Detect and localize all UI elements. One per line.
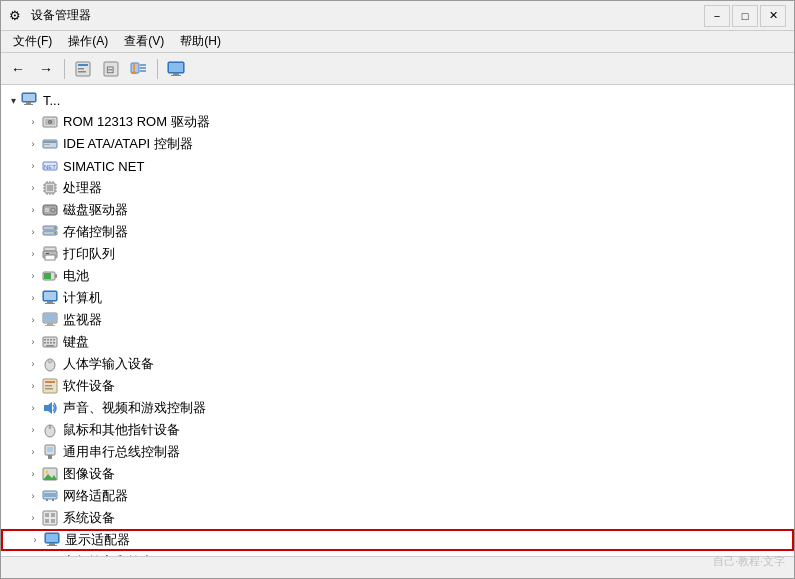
tree-item-disk[interactable]: › 磁盘驱动器 — [1, 199, 794, 221]
svg-marker-83 — [44, 402, 52, 414]
back-button[interactable]: ← — [5, 57, 31, 81]
keyboard-expand-icon[interactable]: › — [25, 334, 41, 350]
battery-icon — [41, 267, 59, 285]
forward-button[interactable]: → — [33, 57, 59, 81]
computer-expand-icon[interactable]: › — [25, 290, 41, 306]
svg-point-49 — [54, 227, 56, 229]
menu-file[interactable]: 文件(F) — [5, 31, 60, 52]
svg-point-23 — [49, 121, 51, 123]
software-icon — [41, 377, 59, 395]
svg-rect-1 — [78, 64, 88, 66]
tree-root[interactable]: ▾ T... — [1, 89, 794, 111]
svg-rect-63 — [44, 314, 56, 322]
svg-rect-74 — [53, 342, 55, 344]
tree-item-system[interactable]: › 系统设备 — [1, 507, 794, 529]
tree-item-audio[interactable]: › 声音、视频和游戏控制器 — [1, 397, 794, 419]
rom-expand-icon[interactable]: › — [25, 114, 41, 130]
menu-help[interactable]: 帮助(H) — [172, 31, 229, 52]
tree-item-keyboard[interactable]: › 键盘 — [1, 331, 794, 353]
update-driver-button[interactable]: ⊟ — [98, 57, 124, 81]
device-manager-window: ⚙ 设备管理器 − □ ✕ 文件(F) 操作(A) 查看(V) 帮助(H) ← … — [0, 0, 795, 579]
tree-item-mouse[interactable]: › 鼠标和其他指针设备 — [1, 419, 794, 441]
audio-io-expand-icon[interactable]: › — [25, 554, 41, 556]
tree-item-rom[interactable]: › ROM 12313 ROM 驱动器 — [1, 111, 794, 133]
tree-item-processor[interactable]: › — [1, 177, 794, 199]
svg-rect-46 — [45, 208, 49, 212]
tree-item-monitor[interactable]: › 监视器 — [1, 309, 794, 331]
svg-rect-81 — [45, 385, 52, 387]
processor-icon — [41, 179, 59, 197]
audio-io-label: 音频输入和输出 — [63, 553, 154, 556]
usb-label: 通用串行总线控制器 — [63, 443, 180, 461]
system-expand-icon[interactable]: › — [25, 510, 41, 526]
svg-rect-3 — [78, 71, 86, 73]
root-expand-icon[interactable]: ▾ — [5, 92, 21, 108]
svg-rect-26 — [44, 144, 50, 145]
tree-item-software[interactable]: › 软件设备 — [1, 375, 794, 397]
maximize-button[interactable]: □ — [732, 5, 758, 27]
menu-action[interactable]: 操作(A) — [60, 31, 116, 52]
ide-expand-icon[interactable]: › — [25, 136, 41, 152]
disk-expand-icon[interactable]: › — [25, 202, 41, 218]
monitor-icon-button[interactable] — [163, 57, 189, 81]
svg-rect-25 — [44, 141, 56, 143]
toolbar-separator-1 — [64, 59, 65, 79]
audio-expand-icon[interactable]: › — [25, 400, 41, 416]
tree-item-battery[interactable]: › 电池 — [1, 265, 794, 287]
disk-label: 磁盘驱动器 — [63, 201, 128, 219]
hid-expand-icon[interactable]: › — [25, 356, 41, 372]
image-expand-icon[interactable]: › — [25, 466, 41, 482]
tree-item-ide[interactable]: › IDE ATA/ATAPI 控制器 — [1, 133, 794, 155]
audio-icon — [41, 399, 59, 417]
tree-item-printer[interactable]: › 打印队列 — [1, 243, 794, 265]
svg-text:NET: NET — [44, 164, 56, 170]
network-expand-icon[interactable]: › — [25, 488, 41, 504]
tree-item-usb[interactable]: › 通用串行总线控制器 — [1, 441, 794, 463]
tree-item-network[interactable]: › 网络适配器 — [1, 485, 794, 507]
storage-label: 存储控制器 — [63, 223, 128, 241]
close-button[interactable]: ✕ — [760, 5, 786, 27]
simatic-expand-icon[interactable]: › — [25, 158, 41, 174]
software-expand-icon[interactable]: › — [25, 378, 41, 394]
mouse-label: 鼠标和其他指针设备 — [63, 421, 180, 439]
root-computer-icon — [21, 91, 39, 109]
show-hidden-button[interactable] — [126, 57, 152, 81]
hid-label: 人体学输入设备 — [63, 355, 154, 373]
tree-item-image[interactable]: › 图像设备 — [1, 463, 794, 485]
simatic-label: SIMATIC NET — [63, 159, 144, 174]
tree-item-simatic[interactable]: › NET SIMATIC NET — [1, 155, 794, 177]
svg-rect-56 — [55, 274, 57, 278]
tree-item-audio-io[interactable]: › 音频输入和输出 — [1, 551, 794, 556]
printer-expand-icon[interactable]: › — [25, 246, 41, 262]
toolbar: ← → ⊟ — [1, 53, 794, 85]
device-tree[interactable]: ▾ T... › — [1, 85, 794, 556]
menu-view[interactable]: 查看(V) — [116, 31, 172, 52]
svg-point-50 — [54, 232, 56, 234]
minimize-button[interactable]: − — [704, 5, 730, 27]
svg-rect-67 — [44, 339, 46, 341]
mouse-expand-icon[interactable]: › — [25, 422, 41, 438]
svg-rect-99 — [51, 513, 55, 517]
svg-rect-69 — [50, 339, 52, 341]
storage-expand-icon[interactable]: › — [25, 224, 41, 240]
properties-button[interactable] — [70, 57, 96, 81]
processor-expand-icon[interactable]: › — [25, 180, 41, 196]
display-expand-icon[interactable]: › — [27, 532, 43, 548]
svg-rect-14 — [173, 73, 179, 75]
svg-rect-103 — [46, 534, 58, 542]
battery-expand-icon[interactable]: › — [25, 268, 41, 284]
usb-expand-icon[interactable]: › — [25, 444, 41, 460]
title-bar-text: 设备管理器 — [31, 7, 704, 24]
svg-rect-101 — [51, 519, 55, 523]
tree-item-display[interactable]: › 显示适配器 — [1, 529, 794, 551]
svg-rect-104 — [49, 543, 55, 545]
svg-rect-72 — [47, 342, 49, 344]
svg-rect-80 — [45, 381, 55, 383]
content-area: ▾ T... › — [1, 85, 794, 556]
storage-icon — [41, 223, 59, 241]
tree-item-storage[interactable]: › 存储控制器 — [1, 221, 794, 243]
tree-item-hid[interactable]: › 人体学输入设备 — [1, 353, 794, 375]
svg-rect-61 — [45, 303, 55, 304]
monitor-expand-icon[interactable]: › — [25, 312, 41, 328]
tree-item-computer[interactable]: › 计算机 — [1, 287, 794, 309]
